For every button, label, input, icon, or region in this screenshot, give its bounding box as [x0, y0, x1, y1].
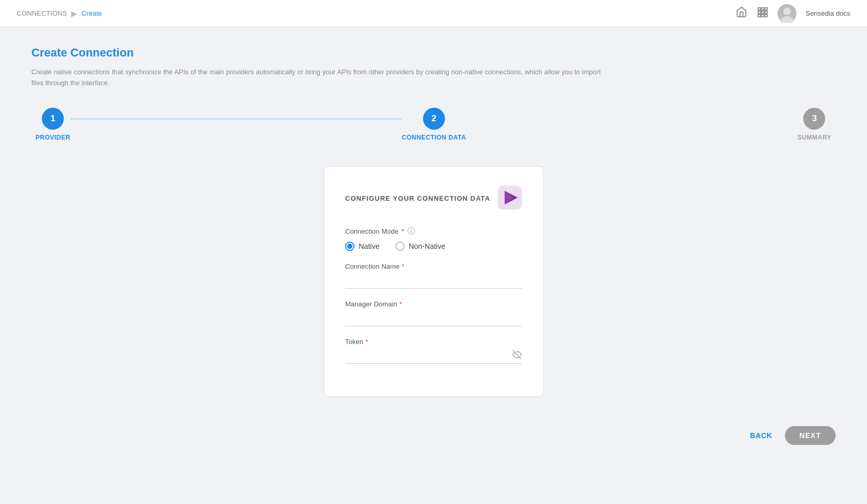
native-label: Native [359, 242, 380, 250]
form-section-title: CONFIGURE YOUR CONNECTION DATA [345, 194, 490, 202]
page-title: Create Connection [31, 46, 836, 60]
required-indicator: * [402, 227, 404, 235]
stepper: 1 PROVIDER 2 CONNECTION DATA 3 SUMMARY [31, 108, 836, 141]
step-2-circle: 2 [423, 108, 445, 130]
connection-name-group: Connection Name * [345, 262, 522, 289]
token-required: * [366, 338, 368, 346]
svg-rect-8 [765, 15, 767, 17]
home-icon[interactable] [736, 6, 747, 20]
step-line-1 [71, 118, 402, 120]
top-navigation: CONNECTIONS ▶ Create Sensedia docs [0, 0, 867, 27]
manager-domain-required: * [400, 300, 402, 308]
step-3-label: SUMMARY [797, 134, 831, 141]
step-3: 3 SUMMARY [797, 108, 831, 141]
svg-rect-4 [761, 11, 764, 14]
step-1: 1 PROVIDER [36, 108, 71, 141]
breadcrumb-current: Create [82, 9, 102, 17]
step-2: 2 CONNECTION DATA [402, 108, 466, 141]
radio-group: Native Non-Native [345, 242, 522, 251]
connection-name-wrap [345, 273, 522, 289]
step-spacer [466, 118, 797, 120]
svg-rect-0 [758, 8, 760, 10]
form-card: CONFIGURE YOUR CONNECTION DATA Connectio… [324, 166, 543, 397]
next-button[interactable]: NEXT [785, 426, 836, 445]
connection-name-required: * [402, 262, 404, 270]
topnav-right: Sensedia docs [736, 4, 850, 23]
page-description: Create native connections that synchroni… [31, 67, 607, 89]
connection-mode-group: Connection Mode * ⓘ Native Non-Native [345, 226, 522, 251]
svg-rect-7 [761, 15, 764, 17]
step-2-label: CONNECTION DATA [402, 134, 466, 141]
grid-icon[interactable] [757, 6, 768, 20]
svg-rect-5 [765, 11, 767, 14]
token-group: Token * [345, 338, 522, 364]
breadcrumb: CONNECTIONS ▶ Create [17, 9, 102, 18]
breadcrumb-root[interactable]: CONNECTIONS [17, 9, 67, 17]
eye-off-icon[interactable] [512, 350, 522, 362]
svg-rect-2 [765, 8, 767, 10]
user-label: Sensedia docs [806, 9, 850, 17]
avatar[interactable] [778, 4, 796, 23]
token-label: Token * [345, 338, 522, 346]
svg-point-10 [783, 8, 791, 15]
bottom-bar: BACK NEXT [0, 416, 867, 455]
step-1-label: PROVIDER [36, 134, 71, 141]
form-card-header: CONFIGURE YOUR CONNECTION DATA [345, 186, 522, 212]
token-wrap [345, 349, 522, 364]
connection-mode-label: Connection Mode * ⓘ [345, 226, 522, 236]
svg-rect-3 [758, 11, 760, 14]
svg-rect-1 [761, 8, 764, 10]
token-input[interactable] [345, 349, 522, 364]
provider-logo [498, 186, 522, 212]
manager-domain-label: Manager Domain * [345, 300, 522, 308]
manager-domain-wrap [345, 311, 522, 326]
step-3-circle: 3 [803, 108, 825, 130]
native-radio[interactable]: Native [345, 242, 380, 251]
step-1-circle: 1 [42, 108, 64, 130]
native-radio-input[interactable] [345, 242, 355, 251]
svg-rect-6 [758, 15, 760, 17]
breadcrumb-separator: ▶ [71, 9, 77, 18]
manager-domain-input[interactable] [345, 311, 522, 326]
connection-name-label: Connection Name * [345, 262, 522, 270]
non-native-label: Non-Native [409, 242, 446, 250]
back-button[interactable]: BACK [750, 431, 772, 440]
main-content: Create Connection Create native connecti… [0, 27, 867, 416]
non-native-radio-input[interactable] [395, 242, 405, 251]
info-icon[interactable]: ⓘ [407, 226, 415, 236]
connection-name-input[interactable] [345, 273, 522, 289]
manager-domain-group: Manager Domain * [345, 300, 522, 326]
non-native-radio[interactable]: Non-Native [395, 242, 446, 251]
